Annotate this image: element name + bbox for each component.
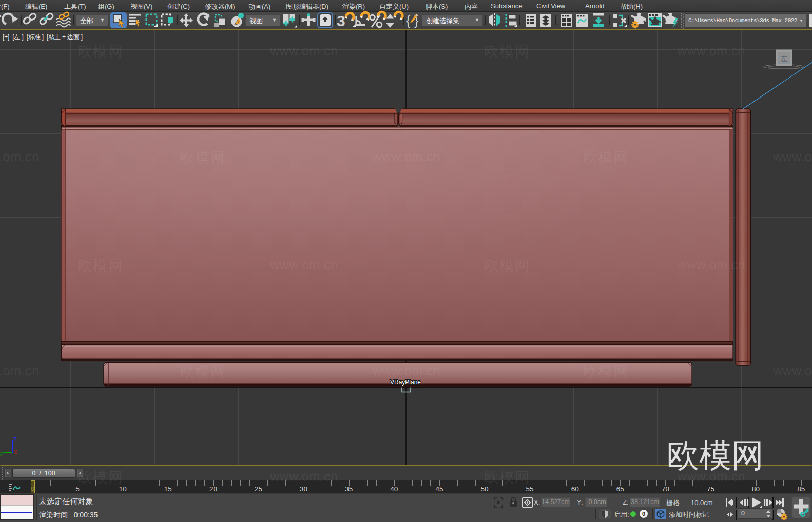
svg-text:Z: Z [13,436,17,442]
svg-text:左: 左 [780,55,788,63]
svg-text:VRayPlane: VRayPlane [390,379,421,386]
svg-text:y: y [0,450,3,456]
svg-text:X: X [14,449,18,455]
